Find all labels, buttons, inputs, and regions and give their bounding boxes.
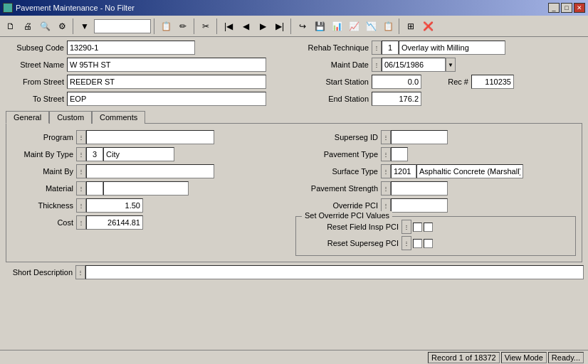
- toolbar-edit[interactable]: ✏: [175, 18, 191, 34]
- surface-type-picker[interactable]: ⋮: [381, 164, 391, 178]
- reset-field-check1[interactable]: [413, 223, 422, 232]
- thickness-input[interactable]: [86, 198, 143, 213]
- start-station-label: Start Station: [300, 77, 372, 86]
- thickness-row: Thickness ⋮: [12, 198, 293, 213]
- pavement-strength-picker[interactable]: ⋮: [381, 181, 391, 196]
- superseg-picker[interactable]: ⋮: [381, 130, 391, 144]
- maint-date-dropdown[interactable]: ▼: [446, 58, 456, 72]
- superseg-row: Superseg ID ⋮: [295, 129, 576, 145]
- pavement-strength-label: Pavement Strength: [295, 184, 381, 193]
- end-station-row: End Station: [300, 91, 585, 107]
- tab-bar: General Custom Comments: [6, 111, 582, 124]
- maint-date-picker-btn[interactable]: ⋮: [372, 58, 382, 72]
- override-pci-picker[interactable]: ⋮: [381, 198, 391, 213]
- toolbar: 🗋 🖨 🔍 ⚙ ▼ 📋 ✏ ✂ |◀ ◀ ▶ ▶| ↪ 💾 📊 📈 📉 📋 ⊞ …: [0, 16, 588, 37]
- maint-by-type-picker[interactable]: ⋮: [76, 147, 86, 161]
- toolbar-delete[interactable]: ❌: [420, 18, 436, 34]
- surface-type-label: Surface Type: [295, 167, 381, 176]
- from-street-input[interactable]: [67, 75, 266, 89]
- maximize-button[interactable]: □: [561, 3, 572, 13]
- material-picker[interactable]: ⋮: [76, 181, 86, 196]
- surface-type-code-input[interactable]: [391, 164, 416, 178]
- toolbar-new[interactable]: 🗋: [3, 18, 19, 34]
- maint-by-input[interactable]: [86, 164, 214, 178]
- toolbar-action5[interactable]: 📉: [363, 18, 379, 34]
- toolbar-action3[interactable]: 📊: [329, 18, 345, 34]
- toolbar-action4[interactable]: 📈: [346, 18, 362, 34]
- to-street-row: To Street: [3, 91, 288, 107]
- program-picker[interactable]: ⋮: [76, 130, 86, 144]
- superseg-label: Superseg ID: [295, 133, 381, 141]
- start-station-input[interactable]: [372, 75, 421, 89]
- short-desc-input[interactable]: [85, 265, 584, 279]
- toolbar-filter[interactable]: ▼: [77, 18, 93, 34]
- subseg-row: Subseg Code: [3, 40, 288, 55]
- reset-superseg-picker[interactable]: ⋮: [401, 236, 411, 250]
- tab-general[interactable]: General: [6, 111, 49, 124]
- maint-by-type-label: Maint By Type: [12, 150, 76, 159]
- toolbar-prev-first[interactable]: |◀: [221, 18, 236, 34]
- status-mode: View Mode: [501, 352, 547, 363]
- maint-date-input[interactable]: [382, 58, 446, 72]
- rehab-picker-btn[interactable]: ⋮: [372, 41, 382, 55]
- end-station-input[interactable]: [372, 92, 421, 106]
- thickness-picker[interactable]: ⋮: [76, 198, 86, 213]
- left-top-section: Subseg Code Street Name From Street To S…: [3, 40, 288, 108]
- program-input[interactable]: [86, 130, 214, 144]
- override-pci-label: Override PCI: [295, 201, 381, 210]
- pavement-strength-input[interactable]: [391, 181, 448, 196]
- cost-input[interactable]: [86, 215, 143, 230]
- rehab-code-input[interactable]: [382, 41, 399, 55]
- cost-picker[interactable]: ⋮: [76, 215, 86, 230]
- left-col: Program ⋮ Maint By Type ⋮: [11, 128, 294, 257]
- superseg-input[interactable]: [391, 130, 448, 144]
- toolbar-prev[interactable]: ◀: [238, 18, 253, 34]
- tab-content: Program ⋮ Maint By Type ⋮: [6, 123, 582, 262]
- street-input[interactable]: [67, 58, 266, 72]
- reset-field-picker[interactable]: ⋮: [401, 220, 411, 234]
- toolbar-table[interactable]: ⊞: [403, 18, 419, 34]
- toolbar-cut[interactable]: ✂: [198, 18, 214, 34]
- reset-superseg-check2[interactable]: [424, 239, 433, 248]
- override-pci-input[interactable]: [391, 198, 448, 213]
- tab-custom[interactable]: Custom: [49, 111, 92, 124]
- maint-by-type-code-input[interactable]: [86, 147, 103, 161]
- rehab-value-input[interactable]: [399, 41, 505, 55]
- subseg-input[interactable]: [67, 41, 195, 55]
- toolbar-next[interactable]: ▶: [255, 18, 271, 34]
- title-bar: Pavement Maintenance - No Filter _ □ ✕: [0, 0, 588, 16]
- short-desc-picker[interactable]: ⋮: [75, 265, 85, 279]
- reset-superseg-label: Reset Superseg PCI: [302, 239, 401, 247]
- material-value-input[interactable]: [103, 181, 189, 196]
- material-code-input[interactable]: [86, 181, 103, 196]
- toolbar-print[interactable]: 🖨: [20, 18, 36, 34]
- pavement-type-picker[interactable]: ⋮: [381, 147, 391, 161]
- toolbar-search[interactable]: 🔍: [37, 18, 53, 34]
- from-street-label: From Street: [3, 77, 67, 86]
- toolbar-view[interactable]: 📋: [158, 18, 174, 34]
- pavement-type-row: Pavement Type ⋮: [295, 146, 576, 162]
- reset-field-check2[interactable]: [424, 223, 433, 232]
- toolbar-next-last[interactable]: ▶|: [272, 18, 288, 34]
- pavement-strength-row: Pavement Strength ⋮: [295, 181, 576, 196]
- override-pci-box: Set Override PCI Values Reset Field Insp…: [295, 216, 576, 256]
- toolbar-settings[interactable]: ⚙: [54, 18, 70, 34]
- reset-superseg-check1[interactable]: [413, 239, 422, 248]
- toolbar-action1[interactable]: ↪: [295, 18, 310, 34]
- toolbar-action6[interactable]: 📋: [380, 18, 396, 34]
- minimize-button[interactable]: _: [548, 3, 560, 13]
- toolbar-action2[interactable]: 💾: [312, 18, 327, 34]
- surface-type-value-input[interactable]: [416, 164, 523, 178]
- maint-by-picker[interactable]: ⋮: [76, 164, 86, 178]
- maint-by-type-value-input[interactable]: [103, 147, 174, 161]
- to-street-label: To Street: [3, 95, 67, 103]
- tab-comments[interactable]: Comments: [92, 111, 145, 124]
- rec-input[interactable]: [471, 75, 514, 89]
- to-street-input[interactable]: [67, 92, 266, 106]
- close-button[interactable]: ✕: [574, 3, 585, 13]
- reset-field-label: Reset Field Insp PCI: [302, 223, 401, 231]
- pavement-type-label: Pavement Type: [295, 150, 381, 159]
- pavement-type-input[interactable]: [391, 147, 408, 161]
- toolbar-filter-combo[interactable]: [94, 19, 151, 33]
- toolbar-sep3: [194, 18, 195, 34]
